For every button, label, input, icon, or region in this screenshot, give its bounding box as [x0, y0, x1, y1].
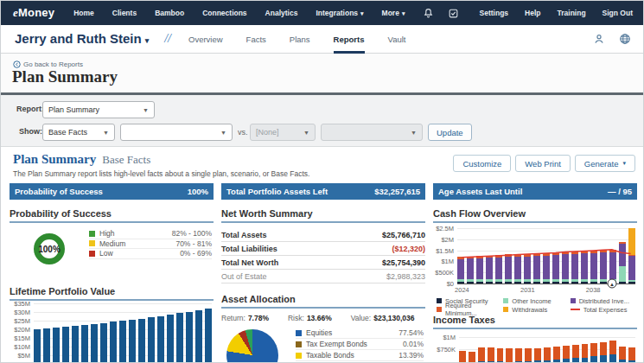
low-swatch	[89, 251, 95, 257]
tasks-icon[interactable]	[448, 8, 459, 19]
y-tick-label: $20M	[10, 326, 30, 334]
bar	[476, 256, 483, 283]
nav-item-sign-out[interactable]: Sign Out	[603, 9, 633, 17]
bar	[552, 252, 559, 283]
required-minimum-swatch	[437, 307, 442, 312]
timeline-scrub-marker[interactable]: ▲	[607, 279, 616, 289]
table-row: Total Assets$25,766,710	[221, 228, 425, 242]
legend-item-tax-exempt-bonds: Tax Exempt Bonds0.01%	[296, 339, 424, 350]
allocation-pie-wrap	[221, 328, 296, 363]
lifetime-section-title: Lifetime Portfolio Value	[10, 286, 214, 301]
bars-area	[459, 327, 635, 363]
bar	[582, 344, 589, 363]
legend-item-distributed: Distributed Inve...	[571, 297, 637, 305]
logo-text: Money	[18, 6, 54, 19]
globe-icon[interactable]	[619, 33, 631, 45]
probability-donut-chart: 100%	[34, 233, 65, 264]
update-button[interactable]: Update	[428, 124, 472, 141]
client-tabs: Overview Facts Plans Reports Vault	[188, 25, 405, 54]
nav-item-clients[interactable]: Clients	[112, 9, 137, 17]
bar	[34, 329, 41, 363]
vs-filter-select[interactable]: ▼	[321, 124, 423, 141]
bar	[525, 348, 532, 363]
bar	[495, 255, 502, 283]
tab-vault[interactable]: Vault	[388, 25, 406, 54]
nav-item-integrations[interactable]: Integrations▾	[316, 9, 363, 17]
table-row: Total Net Worth$25,754,390	[221, 256, 425, 270]
bar	[534, 348, 541, 363]
emoney-logo[interactable]: eMoney	[13, 6, 54, 20]
nav-item-settings[interactable]: Settings	[480, 9, 509, 17]
vs-label: vs.	[238, 128, 248, 137]
bar	[100, 323, 107, 363]
report-select[interactable]: Plan Summary▼	[42, 101, 155, 118]
nav-item-training[interactable]: Training	[558, 9, 586, 17]
show-filter-select[interactable]: ▼	[120, 124, 233, 141]
chevron-down-icon: ▼	[143, 107, 149, 113]
nav-item-analytics[interactable]: Analytics	[265, 9, 298, 17]
bar	[562, 252, 569, 283]
tab-reports[interactable]: Reports	[334, 25, 365, 54]
high-swatch	[89, 231, 95, 237]
bar	[609, 341, 616, 363]
bar	[467, 257, 474, 283]
bar	[457, 257, 464, 283]
chevron-down-icon: ▼	[411, 130, 417, 136]
y-tick-label: $2.5M	[433, 225, 454, 232]
legend-item-withdrawals: Withdrawals	[503, 306, 570, 314]
total-expenses-line-swatch	[571, 309, 580, 310]
page-head: Go back to Reports Plan Summary	[1, 54, 644, 92]
bar	[72, 326, 79, 363]
bar	[205, 309, 212, 363]
bar	[176, 313, 183, 363]
legend-item-low: Low0% - 69%	[89, 249, 212, 259]
person-icon[interactable]	[593, 33, 605, 45]
nav-item-home[interactable]: Home	[73, 9, 94, 17]
bar	[590, 343, 597, 363]
y-tick-label: $750K	[433, 346, 456, 353]
nav-item-more[interactable]: More▾	[382, 9, 405, 17]
summary-bar-age-assets: Age Assets Last Until— / 95	[433, 183, 637, 200]
legend-item-total-expenses: Total Expenses	[571, 306, 637, 314]
chevron-down-icon: ▼	[220, 130, 226, 136]
asset-allocation-stats: Return:7.78% Risk:13.66% Value:$23,130,0…	[221, 314, 425, 322]
show-label: Show:	[19, 127, 42, 136]
legend-item-equities: Equities77.54%	[296, 328, 424, 339]
bar	[544, 347, 551, 363]
donut-center-label: 100%	[38, 245, 61, 254]
taxable-bonds-swatch	[296, 353, 302, 359]
vs-scenario-select[interactable]: [None]▼	[250, 124, 316, 141]
web-print-button[interactable]: Web Print	[515, 155, 571, 172]
show-scenario-select[interactable]: Base Facts▼	[42, 124, 115, 141]
asset-allocation-section-title: Asset Allocation	[221, 294, 425, 309]
nav-item-bamboo[interactable]: Bamboo	[155, 9, 184, 17]
filter-panel: Report: Plan Summary▼ Show: Base Facts▼ …	[1, 95, 644, 147]
customize-button[interactable]: Customize	[453, 155, 511, 172]
client-name-dropdown[interactable]: Jerry and Ruth Stein▾	[15, 31, 149, 47]
y-tick-label: $0	[433, 280, 454, 288]
report-buttons: Customize Web Print Generate▾	[453, 155, 635, 172]
bar	[533, 253, 540, 283]
tab-facts[interactable]: Facts	[246, 25, 266, 54]
asset-allocation-content: Equities77.54% Tax Exempt Bonds0.01% Tax…	[221, 328, 425, 363]
tab-overview[interactable]: Overview	[188, 25, 223, 54]
equities-swatch	[296, 330, 302, 336]
chevron-down-icon: ▾	[360, 10, 364, 16]
report-subtitle: Base Facts	[102, 153, 150, 166]
column-networth: Total Portfolio Assets Left$32,257,615 N…	[221, 183, 425, 363]
nav-item-connections[interactable]: Connections	[202, 9, 246, 17]
y-tick-label: $1M	[433, 258, 454, 265]
y-tick-label: $500K	[433, 269, 454, 277]
chevron-down-icon: ▾	[145, 36, 150, 45]
summary-bar-probability: Probability of Success100%	[10, 183, 214, 200]
bar	[91, 324, 98, 363]
tax-exempt-swatch	[296, 341, 302, 347]
generate-button[interactable]: Generate▾	[575, 155, 635, 172]
tab-plans[interactable]: Plans	[290, 25, 310, 54]
bar	[543, 253, 550, 283]
nav-item-help[interactable]: Help	[525, 9, 540, 17]
bar	[43, 328, 50, 363]
bell-icon[interactable]	[423, 8, 434, 19]
legend-row: Required Minimum... Withdrawals Total Ex…	[437, 305, 637, 314]
x-tick-label: 2024	[455, 286, 469, 294]
